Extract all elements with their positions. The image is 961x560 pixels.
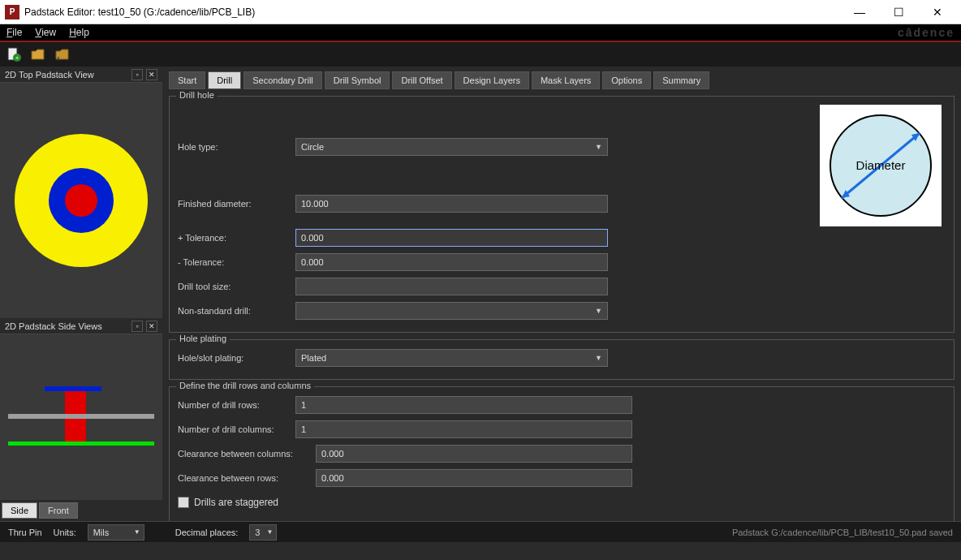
tab-start[interactable]: Start: [169, 71, 205, 89]
side-tab-side[interactable]: Side: [2, 502, 37, 519]
label-units: Units:: [54, 528, 76, 537]
label-pos-tolerance: + Tolerance:: [178, 233, 295, 243]
staggered-checkbox[interactable]: [178, 497, 189, 508]
label-decimals: Decimal places:: [175, 528, 239, 537]
undock-icon[interactable]: ▫: [131, 321, 143, 332]
hole-plating-select[interactable]: Plated: [295, 349, 608, 367]
maximize-button[interactable]: ☐: [886, 4, 911, 20]
tab-design-layers[interactable]: Design Layers: [455, 71, 529, 89]
side-tab-front[interactable]: Front: [39, 502, 78, 519]
num-rows-input[interactable]: 1: [295, 396, 632, 414]
menu-help[interactable]: Help: [69, 27, 89, 38]
label-drill-tool: Drill tool size:: [178, 282, 295, 291]
preview-label: Diameter: [856, 158, 906, 172]
toolbar: +: [0, 42, 961, 67]
top-view-canvas: [0, 83, 162, 318]
neg-tolerance-input[interactable]: 0.000: [295, 253, 608, 271]
svg-rect-6: [45, 386, 101, 391]
hole-type-select[interactable]: Circle: [295, 138, 608, 156]
group-rows-columns: Define the drill rows and columns Number…: [169, 386, 955, 521]
label-num-cols: Number of drill columns:: [178, 424, 295, 434]
num-cols-input[interactable]: 1: [295, 420, 632, 438]
label-finished-diameter: Finished diameter:: [178, 199, 295, 209]
tab-drill[interactable]: Drill: [208, 71, 241, 89]
menu-bar: File View Help cādence: [0, 24, 961, 42]
label-neg-tolerance: - Tolerance:: [178, 257, 295, 267]
top-view-header: 2D Top Padstack View ▫ ✕: [0, 67, 162, 83]
group-title-drill-hole: Drill hole: [176, 90, 218, 100]
label-clear-rows: Clearance between rows:: [178, 473, 316, 483]
svg-rect-8: [8, 414, 154, 419]
tab-summary[interactable]: Summary: [653, 71, 709, 89]
app-icon: P: [5, 5, 19, 19]
close-button[interactable]: ✕: [925, 4, 950, 20]
status-thru-pin: Thru Pin: [8, 528, 42, 537]
tab-drill-symbol[interactable]: Drill Symbol: [325, 71, 390, 89]
drill-tool-input[interactable]: [295, 278, 608, 295]
side-view-canvas: [0, 334, 162, 500]
open-folder-icon[interactable]: [29, 45, 47, 63]
menu-file[interactable]: File: [6, 27, 22, 38]
brand-label: cādence: [898, 26, 955, 39]
label-num-rows: Number of drill rows:: [178, 400, 295, 410]
side-view-title: 2D Padstack Side Views: [5, 321, 102, 331]
svg-rect-9: [8, 442, 154, 446]
group-hole-plating: Hole plating Hole/slot plating: Plated: [169, 339, 955, 380]
window-titlebar: P Padstack Editor: test10_50 (G:/cadence…: [0, 0, 961, 24]
finished-diameter-input[interactable]: 10.000: [295, 195, 608, 213]
open-recent-icon[interactable]: [54, 45, 71, 63]
status-bar: Thru Pin Units: Mils Decimal places: 3 P…: [0, 521, 961, 542]
label-staggered: Drills are staggered: [194, 497, 278, 508]
svg-text:+: +: [15, 54, 19, 62]
non-std-drill-select[interactable]: [295, 302, 608, 320]
minimize-button[interactable]: —: [847, 4, 872, 20]
status-message: Padstack G:/cadence/lib/PCB_LIB/test10_5…: [732, 528, 953, 537]
new-file-icon[interactable]: +: [5, 45, 23, 63]
group-title-hole-plating: Hole plating: [176, 334, 230, 343]
menu-view[interactable]: View: [35, 27, 56, 38]
units-select[interactable]: Mils: [88, 524, 144, 541]
hole-preview: Diameter: [820, 105, 942, 226]
undock-icon[interactable]: ▫: [131, 69, 143, 80]
window-title: Padstack Editor: test10_50 (G:/cadence/l…: [24, 6, 847, 18]
group-drill-hole: Drill hole Diameter Hole type: Circle Fi…: [169, 96, 955, 333]
group-title-rows-cols: Define the drill rows and columns: [176, 381, 314, 390]
label-hole-plating: Hole/slot plating:: [178, 353, 295, 363]
side-view-header: 2D Padstack Side Views ▫ ✕: [0, 318, 162, 334]
top-view-title: 2D Top Padstack View: [5, 70, 94, 80]
close-panel-icon[interactable]: ✕: [146, 69, 157, 80]
decimals-select[interactable]: 3: [249, 524, 277, 541]
tab-secondary-drill[interactable]: Secondary Drill: [243, 71, 322, 89]
svg-point-5: [65, 184, 97, 217]
tab-mask-layers[interactable]: Mask Layers: [532, 71, 600, 89]
pos-tolerance-input[interactable]: 0.000: [295, 229, 608, 247]
main-tabs: Start Drill Secondary Drill Drill Symbol…: [169, 71, 955, 89]
tab-options[interactable]: Options: [602, 71, 651, 89]
clear-cols-input[interactable]: 0.000: [316, 445, 632, 463]
label-clear-cols: Clearance between columns:: [178, 449, 316, 459]
label-hole-type: Hole type:: [178, 142, 295, 152]
tab-drill-offset[interactable]: Drill Offset: [392, 71, 451, 89]
close-panel-icon[interactable]: ✕: [146, 321, 157, 332]
label-non-std-drill: Non-standard drill:: [178, 306, 295, 316]
clear-rows-input[interactable]: 0.000: [316, 469, 632, 487]
